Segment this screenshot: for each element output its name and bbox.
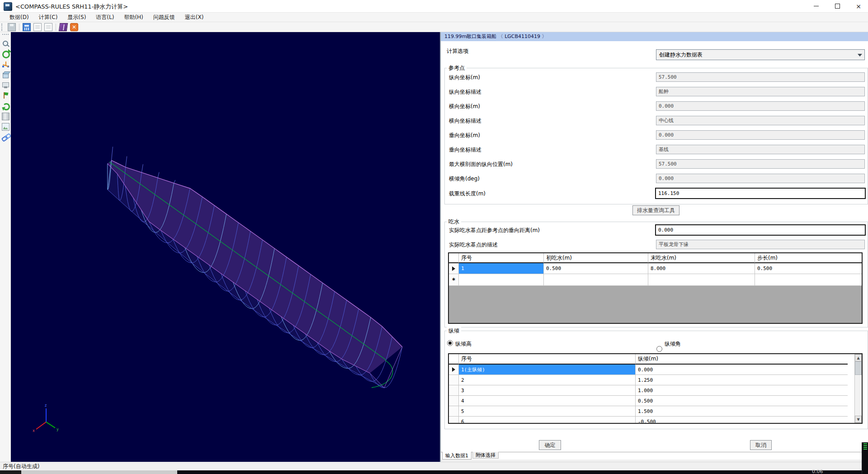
taskbar-segment-mid[interactable] — [21, 470, 177, 474]
image-icon[interactable] — [2, 123, 9, 131]
ok-button[interactable]: 确定 — [539, 440, 561, 450]
trim-height-radio[interactable] — [447, 340, 453, 346]
draft-header-step[interactable]: 步长(m) — [755, 253, 862, 263]
vertical-desc-label: 垂向坐标描述 — [449, 146, 481, 154]
calc-option-label: 计算选项 — [447, 47, 468, 55]
taskbar-fragment-text: 0.06 — [812, 469, 823, 474]
trim-header-value[interactable]: 纵倾(m) — [636, 354, 848, 365]
trim-row1-seq[interactable]: 1(主纵倾) — [459, 365, 636, 375]
refresh-icon[interactable] — [2, 102, 9, 110]
save-icon[interactable] — [8, 23, 16, 31]
trim-row-6[interactable]: 6 -0.500 — [449, 417, 862, 424]
trim-row1-value[interactable]: 0.000 — [636, 365, 848, 375]
exit-icon[interactable]: ✕ — [70, 23, 78, 31]
draft-newrow-seq[interactable] — [459, 274, 544, 286]
menu-data[interactable]: 数据(D) — [5, 13, 34, 22]
draft-table-row-1[interactable]: 1 0.500 8.000 0.500 — [449, 263, 862, 274]
calculator-icon[interactable] — [23, 23, 31, 31]
taskbar-segment-right[interactable] — [177, 470, 868, 474]
waterline-length-input[interactable]: 116.150 — [655, 188, 866, 199]
application-window: <COMPASS-RULES SRH11-静水力计算> × 数据(D) 计算(C… — [0, 0, 868, 474]
draft-table-new-row[interactable]: * — [449, 274, 862, 286]
help-book-icon[interactable] — [59, 23, 68, 31]
trim-angle-radio[interactable] — [656, 346, 662, 352]
tab-appendage-selection[interactable]: 附体选择 — [472, 452, 499, 459]
close-button[interactable]: × — [848, 0, 868, 12]
scroll-down-icon[interactable]: ▼ — [855, 416, 862, 423]
draft-newrow-initial[interactable] — [544, 274, 648, 286]
draft-row1-seq[interactable]: 1 — [459, 263, 544, 274]
zoom-icon[interactable] — [2, 40, 9, 47]
trim-row-5[interactable]: 5 1.500 — [449, 406, 862, 417]
taskbar-segment-left[interactable] — [0, 470, 21, 474]
draft-header-final[interactable]: 末吃水(m) — [648, 253, 755, 263]
longitudinal-desc-field: 船舯 — [656, 87, 865, 96]
left-strip-grip[interactable] — [2, 34, 9, 37]
trim-row4-value[interactable]: 0.500 — [636, 396, 848, 406]
cube-view-icon[interactable] — [2, 71, 9, 79]
menu-language[interactable]: 语言(L) — [91, 13, 119, 22]
transverse-desc-field: 中心线 — [656, 116, 865, 125]
menu-help[interactable]: 帮助(H) — [119, 13, 148, 22]
draft-table-empty-area — [449, 286, 862, 323]
trim-row6-value[interactable]: -0.500 — [636, 417, 848, 424]
close-icon: × — [856, 3, 861, 9]
draft-row1-step[interactable]: 0.500 — [755, 263, 862, 274]
trim-header-seq[interactable]: 序号 — [459, 354, 636, 365]
scroll-thumb[interactable] — [855, 361, 862, 375]
status-text: 序号(自动生成) — [3, 463, 39, 470]
draft-header-initial[interactable]: 初吃水(m) — [544, 253, 648, 263]
displacement-query-button[interactable]: 排水量查询工具 — [632, 205, 679, 215]
trim-row2-seq[interactable]: 2 — [459, 375, 636, 385]
draft-row1-initial[interactable]: 0.500 — [544, 263, 648, 274]
trim-row2-value[interactable]: 1.250 — [636, 375, 848, 385]
draft-row1-final[interactable]: 8.000 — [648, 263, 755, 274]
trim-row6-seq[interactable]: 6 — [459, 417, 636, 424]
trim-row5-value[interactable]: 1.500 — [636, 406, 848, 417]
new-row-marker: * — [449, 274, 459, 286]
trim-angle-radio-label[interactable]: 纵倾角 — [665, 340, 681, 348]
trim-row3-seq[interactable]: 3 — [459, 385, 636, 396]
display-icon[interactable] — [2, 81, 9, 89]
coordinate-axes-icon[interactable] — [2, 61, 9, 68]
draft-datum-label: 实际吃水基点的描述 — [449, 241, 498, 249]
maximize-button[interactable] — [827, 0, 848, 12]
taskbar-edge-widget[interactable] — [862, 442, 868, 474]
trim-header-marker — [449, 354, 459, 365]
hull-3d-viewport[interactable]: xyz — [11, 32, 440, 462]
trim-row4-seq[interactable]: 4 — [459, 396, 636, 406]
trim-row-3[interactable]: 3 1.000 — [449, 385, 862, 396]
draft-header-seq[interactable]: 序号 — [459, 253, 544, 263]
section-panel-icon[interactable] — [2, 113, 9, 120]
menu-feedback[interactable]: 问题反馈 — [148, 13, 180, 22]
trim-table-scrollbar[interactable]: ▲ ▼ — [854, 354, 862, 423]
toolbar-grip[interactable] — [1, 24, 5, 31]
menu-exit[interactable]: 退出(X) — [180, 13, 209, 22]
trim-table-header-row: 序号 纵倾(m) — [449, 354, 862, 365]
cancel-button[interactable]: 取消 — [750, 440, 772, 450]
trim-height-radio-label[interactable]: 纵倾高 — [455, 340, 472, 348]
draft-newrow-final[interactable] — [648, 274, 755, 286]
trim-row-4[interactable]: 4 0.500 — [449, 396, 862, 406]
link-icon[interactable] — [2, 133, 9, 141]
minimize-button[interactable] — [806, 0, 826, 12]
trim-row3-value[interactable]: 1.000 — [636, 385, 848, 396]
reset-view-icon[interactable] — [2, 50, 9, 58]
trim-row5-seq[interactable]: 5 — [459, 406, 636, 417]
scroll-up-icon[interactable]: ▲ — [855, 354, 862, 361]
draft-newrow-step[interactable] — [755, 274, 862, 286]
flag-icon[interactable] — [2, 92, 9, 100]
current-row-marker — [449, 263, 459, 274]
menu-display[interactable]: 显示(S) — [62, 13, 91, 22]
tab-input-data-1[interactable]: 输入数据1 — [442, 452, 472, 460]
menu-bar: 数据(D) 计算(C) 显示(S) 语言(L) 帮助(H) 问题反馈 退出(X) — [0, 13, 868, 22]
ship-wireframe: xyz — [11, 32, 440, 462]
draft-distance-input[interactable]: 0.000 — [655, 224, 866, 236]
vertical-coordinate-field: 0.000 — [656, 130, 865, 140]
calc-option-dropdown[interactable]: 创建静水力数据表 — [656, 49, 865, 60]
report2-icon[interactable] — [44, 23, 52, 31]
trim-row-2[interactable]: 2 1.250 — [449, 375, 862, 385]
report-icon[interactable] — [33, 23, 42, 31]
trim-row-1[interactable]: 1(主纵倾) 0.000 — [449, 365, 862, 375]
menu-calculate[interactable]: 计算(C) — [34, 13, 63, 22]
